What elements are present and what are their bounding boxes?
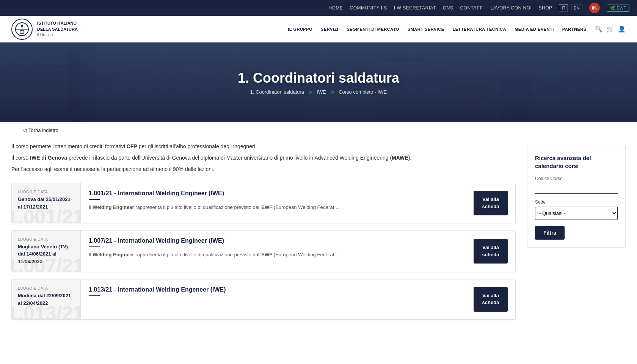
card-label: LUOGO E DATA (18, 237, 74, 242)
card-action: Vai allascheda (466, 183, 515, 223)
logo-icon (11, 19, 33, 40)
card-description: Il Welding Engineer rappresenta il più a… (89, 204, 458, 212)
intro-line2: Il corso IWE di Genova prevede il rilasc… (11, 154, 516, 163)
card-divider (89, 246, 100, 247)
ewf-label: EWF (617, 6, 626, 10)
hero-breadcrumb: 1. Coordinatori saldatura ▷ IWE ▷ Corso … (238, 89, 399, 95)
top-nav-gns[interactable]: GNS (443, 5, 453, 11)
nav-media[interactable]: MEDIA ED EVENTI (515, 27, 554, 31)
card-watermark: 1.001/21 (12, 207, 80, 223)
sede-label: Sede (535, 199, 618, 205)
card-location: LUOGO E DATA Genova dal 25/01/2021 al 17… (12, 183, 80, 223)
filter-button[interactable]: Filtra (535, 226, 565, 240)
logo-sub: Il Gruppo (37, 32, 78, 38)
lang-buttons: IT EN (559, 5, 582, 11)
intro-line2-bold2: MAWE (392, 155, 408, 161)
sede-select[interactable]: - Qualsiasi - Genova Milano Roma Torino … (535, 207, 618, 220)
vai-scheda-button-3[interactable]: Vai allascheda (474, 287, 508, 311)
vai-scheda-button-1[interactable]: Vai allascheda (474, 191, 508, 215)
hero-content: 1. Coordinatori saldatura 1. Coordinator… (238, 70, 399, 95)
top-nav-shop[interactable]: SHOP (538, 5, 552, 11)
intro-line2-bold1: IWE di Genova (30, 155, 67, 161)
intro-line1-bold: CFP (127, 143, 137, 149)
svg-point-3 (21, 25, 23, 27)
logo-area: ISTITUTO ITALIANO DELLA SALDATURA Il Gru… (11, 19, 87, 40)
search-icon[interactable]: 🔍 (595, 25, 603, 33)
card-label: LUOGO E DATA (18, 190, 74, 194)
course-card: LUOGO E DATA Modena dal 22/09/2021 al 22… (11, 279, 516, 319)
card-description: Il Welding Engineer rappresenta il più a… (89, 251, 458, 259)
main-content: Il corso permette l'ottenimento di credi… (11, 142, 516, 326)
back-arrow-icon: ◁ (23, 127, 27, 133)
card-label: LUOGO E DATA (18, 286, 74, 290)
nav-letteratura[interactable]: LETTERATURA TECNICA (453, 27, 507, 31)
card-title: 1.013/21 - International Welding Engenee… (89, 286, 458, 293)
lang-it-button[interactable]: IT (559, 5, 568, 11)
nav-utility-icons: 🔍 🛒 👤 (595, 25, 626, 33)
breadcrumb-sep2: ▷ (331, 89, 334, 95)
intro-line3: Per l'accesso agli esami è necessaria la… (11, 165, 516, 174)
card-location: LUOGO E DATA Mogliano Veneto (TV) dal 14… (12, 231, 80, 272)
top-nav-contatti[interactable]: CONTATTI (460, 5, 483, 11)
top-nav-lavora[interactable]: LAVORA CON NOI (491, 5, 532, 11)
card-watermark: 1.007/21 (12, 256, 80, 272)
breadcrumb-part2: IWE (317, 89, 326, 95)
codice-corso-input[interactable] (535, 183, 618, 194)
card-divider (89, 295, 100, 296)
main-navigation: ISTITUTO ITALIANO DELLA SALDATURA Il Gru… (0, 16, 637, 42)
back-link-label: Torna indietro (28, 127, 58, 133)
card-watermark: 1.013/21 (12, 303, 80, 319)
iis-badge-icon: IIS (589, 3, 600, 13)
card-action: Vai allascheda (466, 279, 515, 319)
back-link[interactable]: ◁ Torna indietro (11, 122, 626, 138)
leaf-icon: 🌿 (610, 6, 615, 11)
intro-line1: Il corso permette l'ottenimento di credi… (11, 142, 516, 151)
nav-servizi[interactable]: SERVIZI (321, 27, 338, 31)
sidebar: Ricerca avanzata del calendario corsi Co… (527, 142, 626, 326)
ewf-badge: 🌿 EWF (607, 5, 629, 12)
nav-il-gruppo[interactable]: IL GRUPPO (288, 27, 312, 31)
top-nav-iiw[interactable]: IIW SECRETARIAT (394, 5, 436, 11)
intro-line1-post: per gli iscritti all'albo professionale … (137, 143, 257, 149)
card-location: LUOGO E DATA Modena dal 22/09/2021 al 22… (12, 279, 80, 319)
intro-line2-post2: ). (408, 155, 412, 161)
nav-segmenti[interactable]: SEGMENTI DI MERCATO (347, 27, 399, 31)
main-nav-links: IL GRUPPO SERVIZI SEGMENTI DI MERCATO SM… (288, 25, 626, 33)
user-icon[interactable]: 👤 (618, 25, 626, 33)
vai-scheda-button-2[interactable]: Vai allascheda (474, 239, 508, 263)
intro-line2-pre: Il corso (11, 155, 30, 161)
card-details: 1.001/21 - International Welding Enginee… (80, 183, 466, 223)
breadcrumb-sep1: ▷ (309, 89, 312, 95)
content-wrapper: Il corso permette l'ottenimento di credi… (0, 138, 637, 342)
top-navigation: HOME COMMUNITY IIS IIW SECRETARIAT GNS C… (0, 0, 637, 16)
card-details: 1.007/21 - International Welding Enginee… (80, 231, 466, 272)
sidebar-search-box: Ricerca avanzata del calendario corsi Co… (527, 146, 626, 248)
breadcrumb-part3: Corso completo - IWE (339, 89, 387, 95)
logo-text: ISTITUTO ITALIANO DELLA SALDATURA Il Gru… (37, 20, 78, 38)
card-title: 1.007/21 - International Welding Enginee… (89, 237, 458, 244)
logo-line2: DELLA SALDATURA (37, 27, 78, 32)
card-action: Vai allascheda (466, 231, 515, 272)
card-divider (89, 199, 100, 200)
nav-smart-service[interactable]: SMART SERVICE (408, 27, 444, 31)
top-nav-community[interactable]: COMMUNITY IIS (350, 5, 387, 11)
intro-line1-pre: Il corso permette l'ottenimento di credi… (11, 143, 127, 149)
breadcrumb-part1: 1. Coordinatori saldatura (250, 89, 304, 95)
logo-svg (15, 22, 29, 36)
card-details: 1.013/21 - International Welding Engenee… (80, 279, 466, 319)
card-title: 1.001/21 - International Welding Enginee… (89, 190, 458, 197)
intro-line2-post: prevede il rilascio da parte dell'Univer… (67, 155, 392, 161)
logo-line1: ISTITUTO ITALIANO (37, 20, 78, 26)
course-card: LUOGO E DATA Genova dal 25/01/2021 al 17… (11, 183, 516, 223)
hero-title: 1. Coordinatori saldatura (238, 70, 399, 86)
hero-section: 1. Coordinatori saldatura 1. Coordinator… (0, 42, 637, 122)
nav-partners[interactable]: PARTNERS (562, 27, 587, 31)
sidebar-title: Ricerca avanzata del calendario corsi (535, 154, 618, 170)
top-nav-home[interactable]: HOME (329, 5, 343, 11)
codice-corso-label: Codice Corso (535, 176, 618, 181)
course-card: LUOGO E DATA Mogliano Veneto (TV) dal 14… (11, 230, 516, 273)
intro-text: Il corso permette l'ottenimento di credi… (11, 142, 516, 174)
cart-icon[interactable]: 🛒 (606, 25, 614, 33)
lang-en-button[interactable]: EN (571, 5, 582, 11)
